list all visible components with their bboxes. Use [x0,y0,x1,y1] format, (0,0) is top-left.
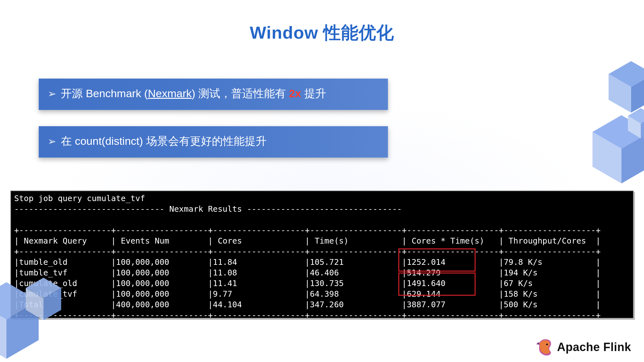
svg-marker-0 [609,61,644,87]
arrow-icon: ➢ [48,87,56,101]
bullet-1-post: 提升 [301,87,326,99]
svg-marker-7 [628,116,641,138]
bullet-1-pre: 开源 Benchmark ( [61,87,148,99]
footer-brand-text: Apache Flink [557,340,631,354]
svg-marker-5 [621,132,644,183]
slide: Window 性能优化 ➢ 开源 Benchmark (Nexmark) 测试，… [0,0,644,362]
svg-marker-1 [609,74,631,113]
svg-point-15 [546,344,548,345]
terminal-output: Stop job query cumulate_tvf ------------… [10,190,634,319]
bullet-2-text: 在 count(distinct) 场景会有更好的性能提升 [61,134,267,149]
svg-marker-4 [592,132,621,183]
svg-marker-6 [628,108,644,124]
bullet-1-mid: ) 测试，普适性能有 [192,87,289,99]
bullet-1-highlight: 2x [289,87,301,99]
arrow-icon: ➢ [48,135,56,148]
bullet-2: ➢ 在 count(distinct) 场景会有更好的性能提升 [39,126,388,158]
svg-marker-2 [631,74,644,113]
nexmark-link[interactable]: Nexmark [148,87,192,99]
decoration-cubes-right [560,48,644,209]
svg-marker-10 [0,301,6,359]
bullet-1-text: 开源 Benchmark (Nexmark) 测试，普适性能有 2x 提升 [61,86,326,101]
bullet-1: ➢ 开源 Benchmark (Nexmark) 测试，普适性能有 2x 提升 [39,79,388,110]
footer-logo: Apache Flink [535,338,631,356]
slide-title: Window 性能优化 [0,21,644,45]
flink-squirrel-icon [535,338,553,356]
svg-marker-3 [592,115,644,149]
svg-marker-8 [641,116,644,138]
